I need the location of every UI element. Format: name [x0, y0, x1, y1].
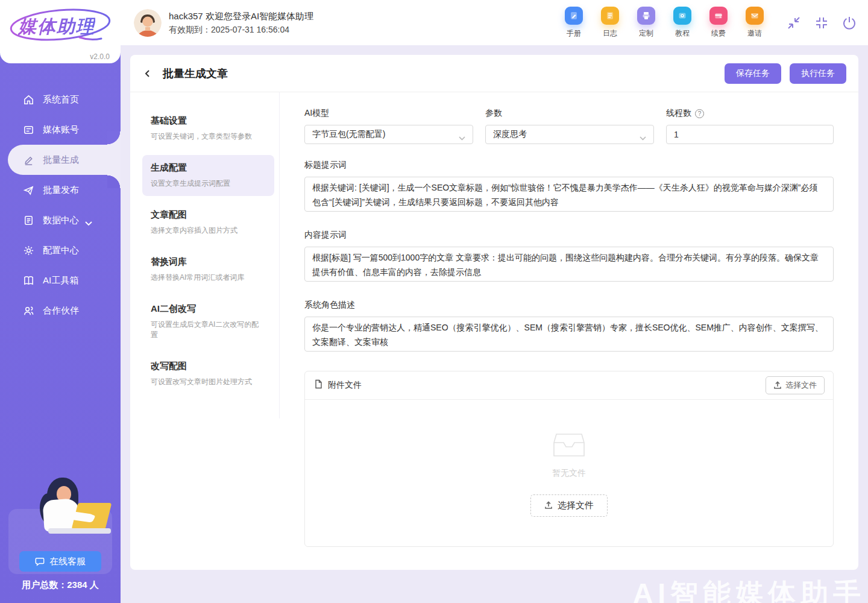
chevron-down-icon: [640, 133, 646, 137]
sidebar-item-label: 批量生成: [43, 154, 79, 166]
role-label: 系统角色描述: [304, 300, 834, 311]
attachment-section: 附件文件 选择文件 暂无文件 选择文件: [304, 371, 834, 547]
page-title: 批量生成文章: [163, 66, 228, 81]
step-ai-rewrite[interactable]: AI二创改写 可设置生成后文章AI二次改写的配置: [142, 296, 274, 347]
sidebar-item-label: 媒体账号: [43, 124, 79, 136]
expiry-text: 有效期到：2025-07-31 16:56:04: [169, 24, 313, 36]
back-icon[interactable]: [140, 66, 156, 81]
topbar: hack357 欢迎您登录AI智能媒体助理 有效期到：2025-07-31 16…: [121, 0, 868, 45]
user-total: 用户总数：2384 人: [0, 579, 121, 591]
chevron-down-icon: [459, 133, 465, 137]
empty-select-file-button[interactable]: 选择文件: [530, 494, 608, 517]
tutorial-icon: [673, 7, 691, 25]
title-prompt-textarea[interactable]: 根据关键词: [关键词]，生成一个SEO文章标题，例如“惊世骇俗！它不愧是暴力美…: [304, 177, 834, 212]
step-basic-settings[interactable]: 基础设置 可设置关键词，文章类型等参数: [142, 108, 274, 149]
ai-model-select[interactable]: 字节豆包(无需配置): [304, 125, 473, 144]
welcome-text: hack357 欢迎您登录AI智能媒体助理: [169, 10, 313, 22]
title-prompt-label: 标题提示词: [304, 160, 834, 171]
partners-icon: [23, 305, 34, 317]
threads-input[interactable]: [666, 125, 834, 144]
avatar[interactable]: [134, 9, 162, 37]
step-generate-config[interactable]: 生成配置 设置文章生成提示词配置: [142, 155, 274, 196]
save-task-button[interactable]: 保存任务: [725, 63, 781, 84]
attachment-header: 附件文件 选择文件: [305, 371, 833, 400]
content-prompt-textarea[interactable]: 根据[标题] 写一篇500到1000字的文章 文章要求：提出可能的问题，围绕这些…: [304, 247, 834, 282]
ai-model-label: AI模型: [304, 108, 473, 119]
card-header: 批量生成文章 保存任务 执行任务: [130, 55, 858, 92]
content-prompt-label: 内容提示词: [304, 230, 834, 241]
sidebar-item-partners[interactable]: 合作伙伴: [0, 295, 121, 326]
field-param: 参数 深度思考: [485, 108, 654, 144]
help-icon[interactable]: ?: [695, 109, 704, 118]
log-label: 日志: [603, 28, 617, 39]
compress-icon[interactable]: [814, 15, 829, 31]
inbox-icon: [552, 431, 587, 462]
manual-label: 手册: [567, 28, 581, 39]
sidebar-item-label: 合作伙伴: [43, 305, 79, 317]
sidebar-item-batch-generate[interactable]: 批量生成: [8, 145, 121, 175]
tutorial-button[interactable]: 教程: [671, 7, 693, 39]
window-controls: [786, 15, 857, 31]
upload-icon: [544, 501, 553, 510]
invite-icon: [746, 7, 764, 25]
manual-button[interactable]: 手册: [563, 7, 585, 39]
sidebar-item-data-center[interactable]: 数据中心: [0, 205, 121, 235]
manual-icon: [565, 7, 583, 25]
power-icon[interactable]: [841, 15, 857, 31]
attachment-select-button[interactable]: 选择文件: [766, 376, 825, 394]
data-center-icon: [23, 215, 34, 226]
support-illustration: [12, 478, 108, 538]
media-account-icon: [23, 124, 34, 136]
file-icon: [313, 379, 323, 391]
watermark: AI智能媒体助手: [633, 575, 866, 603]
sidebar-item-label: 系统首页: [43, 94, 79, 106]
sidebar-item-ai-toolbox[interactable]: AI工具箱: [0, 265, 121, 295]
batch-publish-icon: [23, 185, 34, 196]
chevron-down-icon: [85, 218, 92, 223]
content-card: 批量生成文章 保存任务 执行任务 基础设置 可设置关键词，文章类型等参数 生成配…: [130, 55, 858, 570]
renew-icon: [709, 7, 728, 25]
online-support-label: 在线客服: [49, 556, 86, 567]
custom-label: 定制: [639, 28, 653, 39]
logo-text: 媒体助理: [18, 14, 95, 39]
upload-icon: [773, 381, 782, 390]
log-button[interactable]: 日志: [599, 7, 621, 39]
home-icon: [23, 94, 34, 106]
renew-label: 续费: [711, 28, 726, 39]
role-textarea[interactable]: 你是一个专业的营销达人，精通SEO（搜索引擎优化）、SEM（搜索引擎营销）专家，…: [304, 317, 834, 352]
sidebar-item-home[interactable]: 系统首页: [0, 84, 121, 115]
custom-button[interactable]: 定制: [635, 7, 657, 39]
tutorial-label: 教程: [675, 28, 690, 39]
main-content: 批量生成文章 保存任务 执行任务 基础设置 可设置关键词，文章类型等参数 生成配…: [121, 45, 868, 603]
collapse-window-icon[interactable]: [786, 15, 802, 31]
custom-icon: [637, 7, 655, 25]
param-select[interactable]: 深度思考: [485, 125, 654, 144]
book-icon: [23, 275, 34, 286]
card-body: 基础设置 可设置关键词，文章类型等参数 生成配置 设置文章生成提示词配置 文章配…: [130, 92, 858, 547]
sidebar-item-batch-publish[interactable]: 批量发布: [0, 175, 121, 205]
step-rewrite-images[interactable]: 改写配图 可设置改写文章时图片处理方式: [142, 353, 274, 394]
threads-label: 线程数: [666, 108, 691, 119]
run-task-button[interactable]: 执行任务: [790, 63, 846, 84]
invite-button[interactable]: 邀请: [744, 7, 766, 39]
invite-label: 邀请: [747, 28, 762, 39]
chat-icon: [35, 557, 45, 566]
attachment-empty-state: 暂无文件 选择文件: [305, 400, 833, 547]
empty-files-text: 暂无文件: [552, 468, 586, 479]
sidebar-item-media-accounts[interactable]: 媒体账号: [0, 115, 121, 145]
sidebar-item-label: 批量发布: [43, 185, 79, 196]
sidebar-item-label: AI工具箱: [43, 275, 78, 286]
step-replace-lexicon[interactable]: 替换词库 选择替换AI常用词汇或者词库: [142, 249, 274, 290]
log-icon: [601, 7, 619, 25]
batch-generate-icon: [23, 154, 34, 166]
online-support-button[interactable]: 在线客服: [19, 551, 101, 572]
welcome-block: hack357 欢迎您登录AI智能媒体助理 有效期到：2025-07-31 16…: [169, 10, 313, 36]
quick-icons: 手册 日志 定制 教程 续费 邀请: [563, 7, 766, 39]
param-label: 参数: [485, 108, 654, 119]
step-article-images[interactable]: 文章配图 选择文章内容插入图片方式: [142, 202, 274, 243]
sidebar-item-config-center[interactable]: 配置中心: [0, 235, 121, 265]
attachment-title: 附件文件: [328, 380, 362, 391]
logo-card: 媒体助理 v2.0.0: [0, 0, 121, 63]
renew-button[interactable]: 续费: [708, 7, 729, 39]
sidebar-nav: 系统首页 媒体账号 批量生成 批量发布 数据中心 配置中心 AI工具箱: [0, 84, 121, 326]
